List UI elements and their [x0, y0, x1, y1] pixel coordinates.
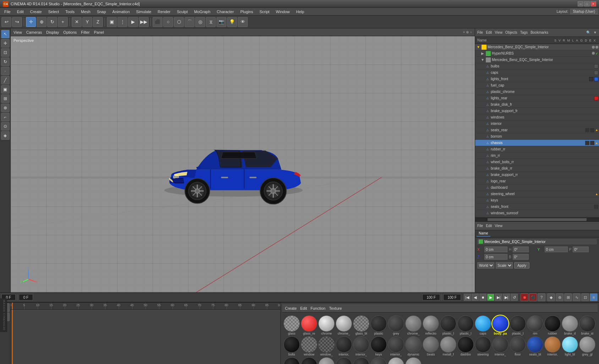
- polys-tool[interactable]: ▣: [1, 85, 10, 94]
- mat-menu-function[interactable]: Function: [311, 306, 325, 310]
- rotate-tool[interactable]: ↻: [1, 57, 10, 66]
- material-interior-br[interactable]: interior,: [544, 336, 561, 356]
- menu-create[interactable]: Create: [27, 9, 45, 15]
- undo-button[interactable]: ↩: [1, 17, 11, 27]
- menu-plugins[interactable]: Plugins: [237, 9, 256, 15]
- obj-list[interactable]: ▼ Mercedes_Benz_EQC_Simple_Interior ▶ Hy…: [475, 44, 599, 217]
- menu-file[interactable]: File: [1, 9, 13, 15]
- viewport-menu-display[interactable]: Display: [46, 30, 59, 34]
- material-light-bl[interactable]: light_bl: [562, 336, 578, 356]
- material-window2[interactable]: window_: [318, 336, 335, 356]
- play-button[interactable]: ▶: [487, 294, 494, 301]
- snap-tool[interactable]: ⊗: [1, 104, 10, 112]
- material-dashbo2[interactable]: dashbo: [301, 357, 317, 364]
- material-buttom[interactable]: buttom_: [336, 357, 352, 364]
- material-interior3[interactable]: interior_: [388, 336, 404, 356]
- keyframe-button[interactable]: ◆: [547, 293, 555, 301]
- material-metall[interactable]: metall_f: [440, 336, 456, 356]
- go-end-button[interactable]: ▶|: [503, 294, 510, 301]
- material-bolts[interactable]: bolts: [284, 336, 300, 356]
- point-mode-button[interactable]: Y: [82, 17, 92, 27]
- scale-tool-button[interactable]: ⊕: [37, 17, 46, 27]
- timeline-expand-button[interactable]: ⊡: [581, 293, 589, 301]
- loop-button[interactable]: ↺: [511, 294, 518, 301]
- title-bar-controls[interactable]: ─ □ ✕: [578, 1, 596, 6]
- attr-y-size[interactable]: [573, 247, 589, 252]
- timeline-body[interactable]: [11, 310, 280, 364]
- menu-mograph[interactable]: MoGraph: [191, 9, 213, 15]
- record-button[interactable]: ⏺: [521, 293, 528, 301]
- menu-character[interactable]: Character: [214, 9, 237, 15]
- menu-sculpt[interactable]: Sculpt: [174, 9, 191, 15]
- viewport-canvas[interactable]: Perspective: [11, 36, 475, 292]
- material-brake-d[interactable]: brake_d: [562, 315, 578, 335]
- material-keys[interactable]: keys: [370, 336, 387, 356]
- measure-tool[interactable]: ⌐: [1, 113, 10, 121]
- timeline-playhead[interactable]: [12, 303, 13, 309]
- render-viewport-button[interactable]: ▶▶: [139, 17, 149, 27]
- select-tool[interactable]: ↖: [1, 30, 10, 38]
- material-display[interactable]: display: [284, 357, 300, 364]
- new-button[interactable]: +: [58, 17, 68, 27]
- scale-tool[interactable]: ⊡: [1, 48, 10, 57]
- brush-tool[interactable]: ⊙: [1, 122, 10, 131]
- material-steering[interactable]: steering: [475, 336, 491, 356]
- obj-row-steering-wheel[interactable]: △ steering_wheel ▲: [475, 191, 599, 197]
- attr-menu-view[interactable]: View: [495, 224, 502, 228]
- next-frame-button[interactable]: ▶|: [495, 294, 502, 301]
- obj-row-windows[interactable]: △ windows: [475, 114, 599, 121]
- menu-tools[interactable]: Tools: [62, 9, 77, 15]
- material-logo-do[interactable]: logo_do: [405, 357, 422, 364]
- material-seats[interactable]: Seats: [423, 336, 439, 356]
- menu-snap[interactable]: Snap: [94, 9, 109, 15]
- material-plastic-l[interactable]: plastic_l: [440, 315, 456, 335]
- end-frame-input[interactable]: [422, 294, 440, 300]
- obj-scrollbar-h[interactable]: [475, 217, 599, 221]
- obj-row-caps[interactable]: △ caps: [475, 70, 599, 76]
- viewport-menu-filter[interactable]: Filter: [81, 30, 89, 34]
- move-tool-button[interactable]: ✛: [26, 17, 36, 27]
- material-brake-st[interactable]: brake_st: [579, 315, 595, 335]
- obj-menu-objects[interactable]: Objects: [505, 31, 517, 34]
- obj-row-dashboard[interactable]: △ dashboard: [475, 184, 599, 191]
- mat-menu-create[interactable]: Create: [285, 306, 297, 310]
- timeline-filter-button[interactable]: ⊞: [564, 293, 572, 301]
- material-keys-gl[interactable]: keys_gl: [318, 357, 335, 364]
- attr-x-size[interactable]: [513, 247, 529, 252]
- prev-frame-button[interactable]: ◀: [472, 294, 479, 301]
- nurbs-button[interactable]: ◎: [195, 17, 205, 27]
- material-interior2[interactable]: interior_: [353, 336, 369, 356]
- cube-button[interactable]: ⬛: [153, 17, 163, 27]
- light-button[interactable]: 💡: [227, 17, 237, 27]
- attr-menu-file[interactable]: File: [477, 224, 483, 228]
- plane-button[interactable]: ⬡: [174, 17, 184, 27]
- render-settings-button[interactable]: ⋮: [117, 17, 127, 27]
- obj-row-lights-rear[interactable]: △ lights_rear: [475, 95, 599, 101]
- material-caps[interactable]: caps: [475, 315, 491, 335]
- mat-menu-texture[interactable]: Texture: [329, 306, 342, 310]
- material-glass-bl[interactable]: glass_bl: [353, 315, 369, 335]
- viewport-area[interactable]: View Cameras Display Options Filter Pane…: [11, 28, 475, 292]
- material-chrome2[interactable]: chrome_: [336, 315, 352, 335]
- layout-selector[interactable]: Startup (User): [570, 9, 598, 14]
- menu-edit[interactable]: Edit: [14, 9, 27, 15]
- obj-row-seats-front[interactable]: △ seats_front: [475, 204, 599, 210]
- obj-row-rubber-rr[interactable]: △ rubber_rr: [475, 146, 599, 153]
- obj-row-interior[interactable]: △ interior: [475, 121, 599, 127]
- obj-row-fuel-cap[interactable]: △ fuel_cap: [475, 82, 599, 89]
- material-dashbo[interactable]: dashbo: [457, 336, 474, 356]
- auto-key-button[interactable]: ⚫: [529, 293, 537, 301]
- material-interior[interactable]: interior,: [336, 336, 352, 356]
- material-body-paint[interactable]: body_pa: [492, 315, 509, 335]
- viewport-menu-cameras[interactable]: Cameras: [26, 30, 42, 34]
- attr-z-pos[interactable]: [484, 254, 507, 260]
- obj-row-borrom[interactable]: △ borrom: [475, 133, 599, 140]
- stop-button[interactable]: ■: [479, 294, 487, 301]
- edge-mode-button[interactable]: Z: [93, 17, 103, 27]
- close-button[interactable]: ✕: [590, 1, 596, 6]
- material-seats-bl[interactable]: seats_bl: [527, 336, 543, 356]
- obj-row-brake-support-rr[interactable]: △ brake_support_rr: [475, 172, 599, 178]
- material-grey[interactable]: chrome_: [405, 315, 422, 335]
- material-grey-gl[interactable]: grey_gl: [579, 336, 595, 356]
- material-dynamic[interactable]: dynamic: [405, 336, 422, 356]
